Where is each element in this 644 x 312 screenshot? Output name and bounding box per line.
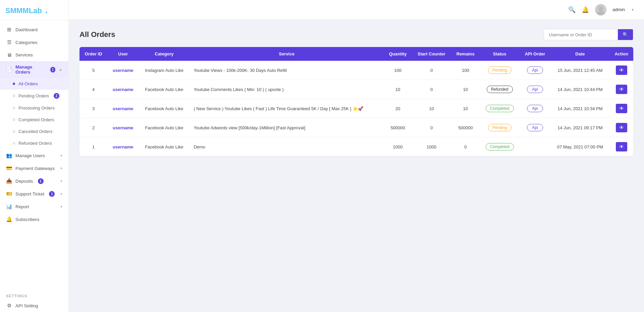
sidebar-item-label: Completed Orders	[18, 117, 54, 122]
order-id-cell: 5	[79, 61, 107, 80]
sidebar-item-label: Subscribers	[15, 217, 39, 222]
status-cell: Completed	[480, 99, 520, 118]
topbar-chevron-icon[interactable]: ▼	[631, 8, 635, 12]
quantity-cell: 100	[384, 61, 412, 80]
user-link[interactable]: username	[113, 144, 133, 149]
table-col-user: User	[107, 47, 139, 61]
sidebar-item-cancelled-orders[interactable]: Cancelled Orders	[0, 126, 68, 137]
sidebar-item-api-setting[interactable]: ⚙API Setting	[0, 299, 68, 312]
quantity-cell: 1000	[384, 137, 412, 157]
sidebar-item-refunded-orders[interactable]: Refunded Orders	[0, 137, 68, 149]
api-order-badge: Api	[527, 86, 543, 93]
user-link[interactable]: username	[113, 87, 133, 92]
svg-point-0	[598, 6, 603, 11]
sub-nav-dot	[13, 95, 15, 97]
dashboard-icon: ⊞	[6, 27, 12, 33]
order-id-cell: 3	[79, 99, 107, 118]
sub-nav-dot	[13, 130, 15, 133]
logo-s: S	[5, 6, 10, 15]
sidebar-item-dashboard[interactable]: ⊞Dashboard	[0, 23, 68, 36]
view-order-button[interactable]: 👁	[616, 85, 627, 94]
page-title: All Orders	[79, 30, 115, 39]
sidebar-item-report[interactable]: 📊Report▾	[0, 200, 68, 213]
start-counter-cell: 0	[412, 118, 451, 137]
bell-icon[interactable]: 🔔	[582, 6, 589, 13]
start-counter-cell: 0	[412, 61, 451, 80]
view-order-button[interactable]: 👁	[616, 123, 627, 132]
api-setting-icon: ⚙	[6, 303, 12, 309]
order-id-cell: 1	[79, 137, 107, 157]
category-cell: Facebook Auto Like	[139, 118, 190, 137]
quantity-cell: 20	[384, 99, 412, 118]
sidebar-item-support-ticket[interactable]: 🎫Support Ticket1▾	[0, 187, 68, 200]
service-cell: ( New Service ) Youtube Likes ( Fast ) L…	[190, 99, 384, 118]
sidebar-item-services[interactable]: 🖥Services	[0, 49, 68, 61]
chevron-down-icon: ▾	[60, 192, 62, 196]
chevron-down-icon: ▾	[60, 153, 62, 158]
subscribers-icon: 🔔	[6, 216, 12, 222]
svg-point-1	[597, 11, 604, 15]
view-order-button[interactable]: 👁	[616, 142, 627, 151]
date-cell: 14 Jun, 2021 10:44 PM	[550, 80, 609, 99]
user-link[interactable]: username	[113, 106, 133, 111]
action-cell: 👁	[609, 118, 633, 137]
sidebar-item-processing-orders[interactable]: Processing Orders	[0, 102, 68, 114]
sidebar-item-payment-gateways[interactable]: 💳Payment Gateways▾	[0, 162, 68, 175]
sidebar-item-manage-orders[interactable]: 📄Manage Orders1▲	[0, 61, 68, 78]
order-id-cell: 2	[79, 118, 107, 137]
table-body: 5usernameInstagram Auto LikeYoutube View…	[79, 61, 633, 156]
search-icon[interactable]: 🔍	[568, 6, 576, 13]
sidebar-item-label: Manage Users	[15, 153, 45, 158]
table-row: 4usernameFacebook Auto LikeYoutube Comme…	[79, 80, 633, 99]
logo-dot: .	[43, 5, 48, 15]
status-badge: Pending	[488, 66, 512, 74]
table-header-row: Order IDUserCategoryServiceQuantityStart…	[79, 47, 633, 61]
view-order-button[interactable]: 👁	[616, 104, 627, 113]
sidebar-item-deposits[interactable]: 📥Deposits1▾	[0, 175, 68, 187]
table-col-start-counter: Start Counter	[412, 47, 451, 61]
chevron-down-icon: ▲	[59, 68, 62, 72]
user-link[interactable]: username	[113, 68, 133, 73]
table-row: 5usernameInstagram Auto LikeYoutube View…	[79, 61, 633, 80]
sidebar-item-pending-orders[interactable]: Pending Orders2	[0, 90, 68, 102]
sidebar-item-label: Services	[15, 52, 33, 57]
category-cell: Facebook Auto Like	[139, 80, 190, 99]
sidebar-item-categories[interactable]: ☰Categories	[0, 36, 68, 49]
content-area: All Orders 🔍 Order IDUserCategoryService…	[69, 19, 644, 312]
start-counter-cell: 10	[412, 99, 451, 118]
sidebar-item-label: Report	[15, 204, 29, 209]
sidebar-item-manage-users[interactable]: 👥Manage Users▾	[0, 149, 68, 162]
user-link[interactable]: username	[113, 125, 133, 130]
sidebar-item-label: Processing Orders	[18, 105, 55, 110]
api-cell: Api	[520, 80, 551, 99]
payment-gateways-icon: 💳	[6, 165, 12, 171]
service-cell: Youtube Comments Likes ( Min: 10 ) ( upv…	[190, 80, 384, 99]
status-badge: Completed	[486, 105, 514, 112]
sidebar-item-label: Payment Gateways	[15, 166, 55, 171]
chevron-down-icon: ▾	[60, 166, 62, 171]
search-button[interactable]: 🔍	[618, 29, 633, 40]
support-ticket-icon: 🎫	[6, 191, 12, 197]
table-col-action: Action	[609, 47, 633, 61]
services-icon: 🖥	[6, 52, 12, 58]
report-icon: 📊	[6, 204, 12, 210]
date-cell: 15 Jun, 2021 12:45 AM	[550, 61, 609, 80]
remains-cell: 0	[451, 137, 480, 157]
api-cell: Api	[520, 99, 551, 118]
sidebar-item-subscribers[interactable]: 🔔Subscribers	[0, 213, 68, 226]
search-input[interactable]	[544, 30, 618, 40]
sub-nav-dot	[13, 107, 15, 109]
view-order-button[interactable]: 👁	[616, 65, 627, 75]
quantity-cell: 500000	[384, 118, 412, 137]
sidebar-item-label: Manage Orders	[15, 64, 46, 75]
service-cell: Youtube Views - 100k-200K- 30 Days Auto …	[190, 61, 384, 80]
sidebar-item-all-orders[interactable]: All Orders	[0, 78, 68, 90]
avatar	[595, 4, 606, 15]
sidebar-item-label: Support Ticket	[15, 191, 44, 196]
start-counter-cell: 1000	[412, 137, 451, 157]
sidebar-item-completed-orders[interactable]: Completed Orders	[0, 114, 68, 126]
api-order-badge: Api	[527, 105, 543, 112]
user-cell: username	[107, 61, 139, 80]
status-badge: Completed	[486, 143, 514, 150]
table-col-remains: Remains	[451, 47, 480, 61]
